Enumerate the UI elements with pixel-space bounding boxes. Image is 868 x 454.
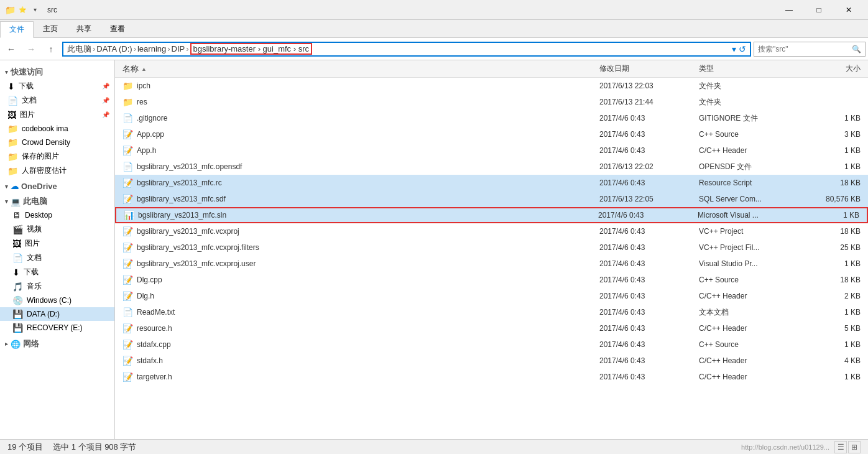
table-row[interactable]: 📝 bgslibrary_vs2013_mfc.sdf 2017/6/13 22… [115, 191, 868, 207]
file-date: 2017/4/6 0:43 [599, 324, 699, 333]
table-row[interactable]: 📝 Dlg.h 2017/4/6 0:43 C/C++ Header 2 KB [115, 288, 868, 304]
col-date-header[interactable]: 修改日期 [599, 63, 699, 74]
quick-access-section[interactable]: ▾ 快速访问 [0, 63, 114, 79]
video-icon: 🎬 [12, 225, 23, 234]
table-row[interactable]: 📝 App.cpp 2017/4/6 0:43 C++ Source 3 KB [115, 126, 868, 142]
file-type: OPENSDF 文件 [699, 162, 811, 172]
tab-home[interactable]: 主页 [34, 21, 67, 37]
table-row[interactable]: 📝 App.h 2017/4/6 0:43 C/C++ Header 1 KB [115, 142, 868, 159]
table-row[interactable]: 📝 bgslibrary_vs2013_mfc.vcxproj 2017/4/6… [115, 223, 868, 239]
file-size: 1 KB [810, 211, 859, 220]
window-title: src [47, 6, 57, 14]
network-section[interactable]: ▸ 🌐 网络 [0, 335, 114, 351]
file-name: Dlg.cpp [137, 276, 599, 284]
forward-button[interactable]: → [22, 40, 40, 58]
file-type: 文件夹 [699, 97, 811, 108]
sidebar-item-download2[interactable]: ⬇ 下载 [0, 265, 114, 279]
file-size: 1 KB [811, 162, 861, 171]
table-row[interactable]: 📝 Dlg.cpp 2017/4/6 0:43 C++ Source 18 KB [115, 272, 868, 288]
file-size: 5 KB [811, 324, 861, 333]
col-size-header[interactable]: 大小 [811, 63, 861, 74]
up-button[interactable]: ↑ [42, 40, 60, 58]
sidebar-item-video[interactable]: 🎬 视频 [0, 222, 114, 236]
table-row[interactable]: 📝 stdafx.h 2017/4/6 0:43 C/C++ Header 4 … [115, 353, 868, 369]
file-name: bgslibrary_vs2013_mfc.sln [138, 211, 598, 220]
sidebar-item-saved-pics[interactable]: 📁 保存的图片 [0, 149, 114, 164]
this-pc-arrow: ▾ [5, 198, 8, 205]
sidebar-item-download[interactable]: ⬇ 下载 📌 [0, 79, 114, 93]
onedrive-label: OneDrive [21, 182, 57, 191]
c-drive-icon: 💿 [12, 295, 23, 305]
table-row[interactable]: 📝 resource.h 2017/4/6 0:43 C/C++ Header … [115, 320, 868, 336]
file-size: 3 KB [811, 130, 861, 139]
tab-file[interactable]: 文件 [0, 21, 34, 38]
sidebar-item-docs2[interactable]: 📄 文档 [0, 251, 114, 265]
file-type-icon: 📊 [124, 210, 134, 220]
tab-share[interactable]: 共享 [67, 21, 101, 37]
file-name: Dlg.h [137, 292, 599, 300]
sidebar-item-pictures2[interactable]: 🖼 图片 [0, 236, 114, 251]
search-input[interactable] [758, 45, 852, 53]
sidebar: ▾ 快速访问 ⬇ 下载 📌 📄 文档 📌 🖼 图片 📌 📁 codebook i… [0, 60, 115, 439]
network-label: 网络 [23, 338, 39, 350]
col-name-header[interactable]: 名称 ▲ [122, 63, 599, 75]
grid-view-icon[interactable]: ⊞ [848, 441, 861, 453]
sidebar-item-documents[interactable]: 📄 文档 📌 [0, 93, 114, 108]
quick-access-arrow: ▾ [5, 69, 8, 75]
table-row[interactable]: 📄 .gitignore 2017/4/6 0:43 GITIGNORE 文件 … [115, 110, 868, 126]
sidebar-item-codebook[interactable]: 📁 codebook ima [0, 122, 114, 136]
sidebar-item-crowd-density[interactable]: 📁 人群密度估计 [0, 164, 114, 178]
sidebar-item-label: Desktop [25, 211, 52, 220]
table-row[interactable]: 📝 targetver.h 2017/4/6 0:43 C/C++ Header… [115, 369, 868, 385]
maximize-button[interactable]: □ [805, 0, 833, 20]
search-box[interactable]: 🔍 [754, 42, 866, 57]
path-text: 此电脑 › DATA (D:) › learning › DIP › bgsli… [67, 43, 312, 55]
file-type-icon: 📝 [122, 291, 133, 301]
list-view-icon[interactable]: ☰ [834, 441, 847, 453]
sidebar-item-label: 文档 [22, 95, 37, 106]
back-button[interactable]: ← [2, 40, 20, 58]
onedrive-section[interactable]: ▾ ☁ OneDrive [0, 178, 114, 192]
file-name: targetver.h [137, 373, 599, 381]
sidebar-item-e-drive[interactable]: 💾 RECOVERY (E:) [0, 321, 114, 335]
file-type: Visual Studio Pr... [699, 259, 811, 268]
file-type-icon: 📄 [122, 113, 133, 123]
folder-icon: 📁 [7, 137, 18, 147]
dropdown-icon[interactable]: ▾ [732, 44, 736, 54]
sidebar-item-pictures[interactable]: 🖼 图片 📌 [0, 108, 114, 122]
file-size: 80,576 KB [811, 195, 861, 203]
sidebar-item-crowd[interactable]: 📁 Crowd Density [0, 136, 114, 149]
table-row[interactable]: 📄 ReadMe.txt 2017/4/6 0:43 文本文档 1 KB [115, 304, 868, 320]
file-type-icon: 📝 [122, 129, 133, 139]
file-size: 1 KB [811, 308, 861, 317]
file-type-icon: 📝 [122, 340, 133, 350]
sidebar-item-d-drive[interactable]: 💾 DATA (D:) [0, 307, 114, 321]
file-size: 4 KB [811, 356, 861, 365]
table-row[interactable]: 📝 stdafx.cpp 2017/4/6 0:43 C++ Source 1 … [115, 336, 868, 353]
table-row[interactable]: 📝 bgslibrary_vs2013_mfc.vcxproj.user 201… [115, 256, 868, 272]
file-type-icon: 📝 [122, 259, 133, 269]
table-row[interactable]: 📊 bgslibrary_vs2013_mfc.sln 2017/4/6 0:4… [115, 207, 868, 223]
file-type-icon: 📄 [122, 162, 133, 172]
table-row[interactable]: 📝 bgslibrary_vs2013_mfc.rc 2017/4/6 0:43… [115, 175, 868, 191]
address-path[interactable]: 此电脑 › DATA (D:) › learning › DIP › bgsli… [62, 42, 751, 57]
this-pc-section[interactable]: ▾ 💻 此电脑 [0, 192, 114, 208]
file-type: C/C++ Header [699, 356, 811, 365]
table-row[interactable]: 📝 bgslibrary_vs2013_mfc.vcxproj.filters … [115, 239, 868, 256]
table-row[interactable]: 📁 ipch 2017/6/13 22:03 文件夹 [115, 78, 868, 94]
refresh-button[interactable]: ↺ [739, 44, 746, 54]
close-button[interactable]: ✕ [834, 0, 863, 20]
sidebar-item-c-drive[interactable]: 💿 Windows (C:) [0, 294, 114, 307]
table-row[interactable]: 📄 bgslibrary_vs2013_mfc.opensdf 2017/6/1… [115, 159, 868, 175]
minimize-button[interactable]: — [775, 0, 803, 20]
file-date: 2017/4/6 0:43 [599, 227, 699, 236]
table-row[interactable]: 📁 res 2017/6/13 21:44 文件夹 [115, 94, 868, 110]
file-size: 25 KB [811, 243, 861, 252]
sidebar-item-desktop[interactable]: 🖥 Desktop [0, 208, 114, 222]
file-type-icon: 📝 [122, 194, 133, 204]
file-type: VC++ Project Fil... [699, 243, 811, 252]
this-pc-icon: 💻 [11, 197, 21, 206]
tab-view[interactable]: 查看 [101, 21, 134, 37]
col-type-header[interactable]: 类型 [699, 63, 811, 74]
sidebar-item-music[interactable]: 🎵 音乐 [0, 279, 114, 294]
